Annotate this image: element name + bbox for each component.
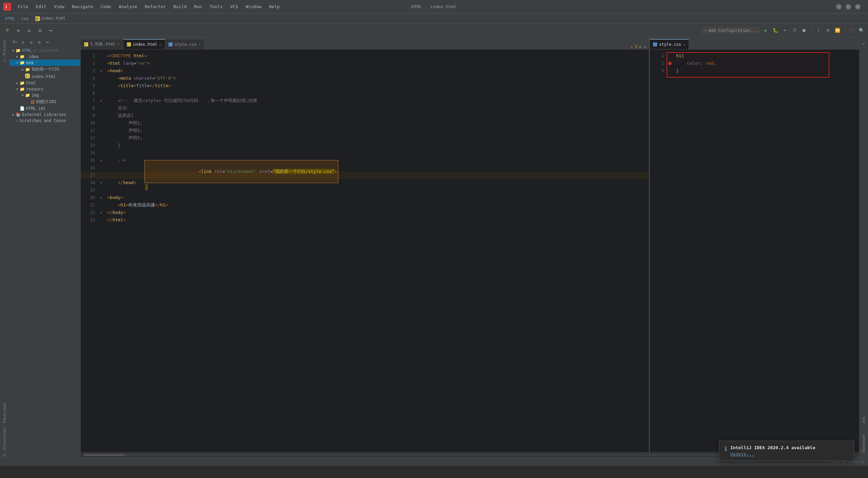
menu-analyze[interactable]: Analyze	[115, 3, 141, 11]
structure-label: Z: Structure	[2, 430, 7, 457]
toolbar-sync-btn[interactable]: ⇄	[24, 26, 34, 35]
tab-style-css-left-close[interactable]: ✕	[199, 42, 201, 46]
sidebar-pin-btn[interactable]: ⇅	[28, 39, 35, 46]
tree-html-iml[interactable]: ▶ 📄 HTML.iml	[9, 105, 80, 112]
vcs-push-button[interactable]: ⟳	[824, 27, 832, 34]
tree-html-root[interactable]: ▼ 📁 HTML D:\Java\HTM	[9, 47, 80, 54]
tab-style-css-left-label: style.css	[175, 42, 197, 47]
profile-button[interactable]: ⏱	[791, 27, 798, 34]
tree-ext-libs-label: External Libraries	[22, 112, 66, 117]
tab-list-html[interactable]: H 5.列表.html ✕	[81, 39, 123, 49]
menu-build[interactable]: Build	[170, 3, 190, 11]
menu-tools[interactable]: Tools	[206, 3, 226, 11]
tree-resours[interactable]: ▼ 📁 resours	[9, 86, 80, 92]
tab-style-css-right[interactable]: style.css ✕	[650, 39, 689, 49]
tree-ext-libs[interactable]: ▶ 📚 External Libraries	[9, 112, 80, 118]
notification-popup: ℹ IntelliJ IDEA 2020.2.4 available Updat…	[719, 441, 854, 461]
tab-index-html[interactable]: H index.html ✕	[123, 39, 165, 49]
menu-view[interactable]: View	[51, 3, 68, 11]
minimize-button[interactable]: —	[836, 4, 842, 9]
breadcrumb-html[interactable]: HTML	[5, 16, 15, 21]
vcs-history-button[interactable]: ⏪	[834, 27, 841, 34]
css-line-3: 3 }	[650, 67, 859, 75]
close-button[interactable]: ✕	[855, 4, 861, 9]
build-status-icon: ✓	[861, 39, 867, 48]
tree-idea[interactable]: ▶ 📁 .idea	[9, 54, 80, 60]
terminal-button[interactable]: ⬛	[848, 27, 856, 34]
tree-scratches[interactable]: ▶ ✏ Scratches and Conso	[9, 118, 80, 124]
menu-vcs[interactable]: VCS	[227, 3, 241, 11]
toolbar-project-btn[interactable]: P	[3, 26, 12, 35]
tree-scratches-label: Scratches and Conso	[19, 118, 66, 123]
toolbar-add-btn[interactable]: ⊕	[14, 26, 23, 35]
menu-help[interactable]: Help	[266, 3, 283, 11]
css-line-container: 1 h1{ 2 color: red; 3	[650, 49, 859, 75]
toolbar-settings-btn[interactable]: ⚙	[35, 26, 45, 35]
notification-icon: ℹ	[725, 445, 727, 452]
menu-code[interactable]: Code	[97, 3, 115, 11]
search-everywhere-button[interactable]: 🔍	[858, 27, 865, 34]
sidebar-p-btn[interactable]: P▾	[12, 39, 18, 46]
svg-text:H: H	[26, 75, 27, 78]
menu-edit[interactable]: Edit	[32, 3, 50, 11]
database-tab[interactable]: Database	[860, 430, 867, 457]
project-sidebar: P▾ ⊙ ⇅ ⚙ ━ ▼ 📁 HTML D:\Java\HTM ▶ 📁 .ide…	[9, 37, 81, 457]
tree-html-iml-label: HTML.iml	[26, 106, 46, 111]
line-1: 1 <!DOCTYPE html>	[81, 52, 649, 60]
ant-tab[interactable]: Ant	[860, 410, 867, 430]
breadcrumb-file[interactable]: Hindex.html	[35, 16, 65, 21]
line-6: 6	[81, 89, 649, 97]
stop-button[interactable]: ⏹	[800, 27, 808, 34]
menu-window[interactable]: Window	[242, 3, 265, 11]
run-button[interactable]: ▶	[762, 27, 770, 34]
breakpoint-dot[interactable]	[668, 62, 672, 65]
menu-file[interactable]: File	[14, 3, 32, 11]
structure-tab[interactable]: Z: Structure	[0, 430, 9, 457]
tree-my-css[interactable]: ▶ 📁 我的第一个CSS	[9, 66, 80, 73]
tree-qq-img-label: QQ图片202	[36, 99, 56, 105]
debug-button[interactable]: 🐛	[772, 27, 779, 34]
tree-html-label: HTML	[22, 48, 32, 53]
toolbar: P ⊕ ⇄ ⚙ ━ ⚡ Add Configuration... ▶ 🐛 ☂ ⏱…	[0, 24, 868, 37]
sidebar-toolbar: P▾ ⊙ ⇅ ⚙ ━	[9, 37, 80, 47]
breadcrumb-css[interactable]: css	[21, 16, 29, 21]
tree-css-label: css	[26, 60, 34, 65]
project-panel-tab[interactable]: 1: Project	[0, 37, 9, 64]
tree-img[interactable]: ▼ 📁 img	[9, 92, 80, 98]
sidebar-locate-btn[interactable]: ⊙	[20, 39, 26, 46]
svg-rect-11	[653, 42, 657, 46]
tree-resours-label: resours	[26, 87, 43, 92]
breadcrumb: HTML › css › Hindex.html	[0, 14, 868, 24]
maximize-button[interactable]: ☐	[846, 4, 851, 9]
main-area: 1: Project 2: Favorites Z: Structure P▾ …	[0, 37, 868, 457]
favorites-tab[interactable]: 2: Favorites	[0, 403, 9, 430]
menu-navigate[interactable]: Navigate	[68, 3, 97, 11]
menu-refactor[interactable]: Refactor	[141, 3, 170, 11]
main-editor[interactable]: 1 <!DOCTYPE html> 2 <html lang="en"> 3 ▼	[81, 49, 649, 452]
sidebar-hide-btn[interactable]: ━	[44, 39, 51, 46]
css-editor[interactable]: 1 h1{ 2 color: red; 3	[649, 49, 859, 452]
tab-list-html-close[interactable]: ✕	[118, 42, 120, 46]
add-config-button[interactable]: ⚡ Add Configuration...	[702, 27, 760, 34]
vcs-update-button[interactable]: ↑	[815, 27, 822, 34]
tree-qq-img[interactable]: ▶ 🖼 QQ图片202	[9, 98, 80, 105]
tree-html-folder[interactable]: ▶ 📁 html	[9, 80, 80, 86]
svg-text:H: H	[84, 43, 86, 46]
line-8: 8 语法:	[81, 104, 649, 112]
tab-style-css-left[interactable]: style.css ✕	[165, 39, 204, 49]
tab-style-css-right-label: style.css	[659, 42, 681, 47]
sidebar-settings-btn[interactable]: ⚙	[36, 39, 43, 46]
tree-my-css-label: 我的第一个CSS	[32, 66, 59, 72]
window-title: HTML - index.html	[411, 4, 456, 9]
tree-css[interactable]: ▼ 📁 css	[9, 60, 80, 66]
notification-update-link[interactable]: Update...	[730, 452, 815, 457]
svg-text:H: H	[127, 43, 129, 46]
tree-index-html[interactable]: ▶ H index.html	[9, 73, 80, 80]
coverage-button[interactable]: ☂	[781, 27, 789, 34]
svg-text:J: J	[5, 5, 7, 9]
toolbar-collapse-btn[interactable]: ━	[46, 26, 56, 35]
css-line-2: 2 color: red;	[650, 60, 859, 67]
menu-run[interactable]: Run	[191, 3, 205, 11]
tab-index-html-close[interactable]: ✕	[159, 43, 161, 46]
tab-style-css-right-close[interactable]: ✕	[683, 43, 685, 46]
